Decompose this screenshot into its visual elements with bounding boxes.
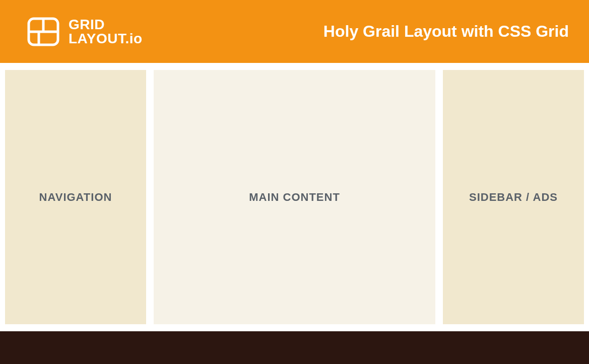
navigation-panel: NAVIGATION	[5, 70, 146, 324]
page-grid: GRID LAYOUT.io Holy Grail Layout with CS…	[0, 0, 589, 364]
footer	[0, 331, 589, 364]
main-content-panel: MAIN CONTENT	[154, 70, 435, 324]
header: GRID LAYOUT.io Holy Grail Layout with CS…	[0, 0, 589, 63]
brand-line-1: GRID	[69, 18, 143, 32]
content-row: NAVIGATION MAIN CONTENT SIDEBAR / ADS	[0, 70, 589, 324]
navigation-label: NAVIGATION	[39, 191, 112, 204]
grid-logo-icon	[27, 17, 59, 46]
main-content-label: MAIN CONTENT	[249, 191, 340, 204]
sidebar-panel: SIDEBAR / ADS	[443, 70, 584, 324]
page-title: Holy Grail Layout with CSS Grid	[323, 22, 569, 41]
brand-line-2: LAYOUT.io	[69, 32, 143, 46]
brand-text: GRID LAYOUT.io	[69, 18, 143, 46]
brand: GRID LAYOUT.io	[27, 17, 143, 46]
sidebar-label: SIDEBAR / ADS	[469, 191, 558, 204]
